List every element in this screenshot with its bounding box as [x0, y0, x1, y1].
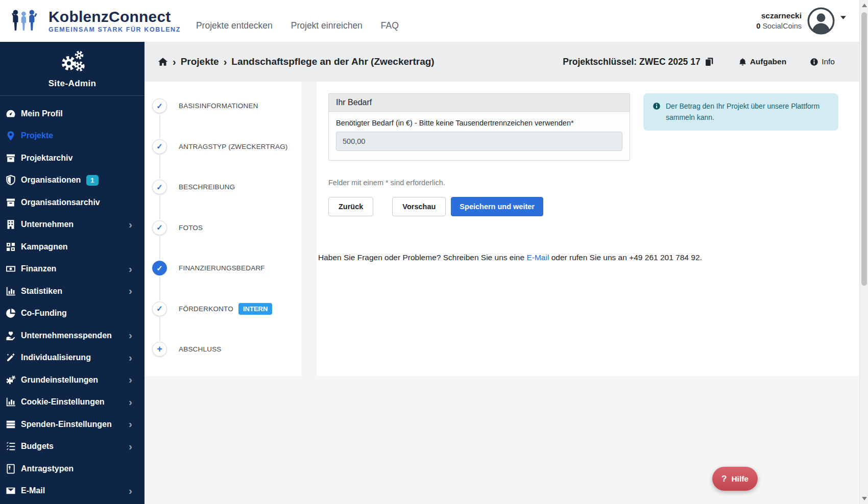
- bell-icon: [738, 58, 747, 66]
- step-fotos[interactable]: ✓FOTOS: [152, 208, 301, 248]
- banknote-icon: [6, 264, 16, 274]
- sidebar-item-grundeinstellungen[interactable]: Grundeinstellungen›: [0, 369, 144, 391]
- logo-title: KoblenzConnect: [49, 9, 181, 24]
- copy-icon[interactable]: [705, 57, 714, 66]
- help-label: Hilfe: [731, 474, 749, 484]
- step-beschreibung[interactable]: ✓BESCHREIBUNG: [152, 167, 301, 208]
- table-rows-icon: [6, 419, 16, 430]
- sidebar-item-kampagnen[interactable]: Kampagnen: [0, 236, 144, 258]
- chevron-right-icon: ›: [129, 396, 132, 407]
- sidebar-item-finanzen[interactable]: Finanzen›: [0, 258, 144, 281]
- sidebar-item-budgets[interactable]: Budgets›: [0, 436, 144, 458]
- tachometer-icon: [6, 109, 16, 119]
- sidebar-item-statistiken[interactable]: Statistiken›: [0, 280, 144, 303]
- sidebar-item-mein-profil[interactable]: Mein Profil: [0, 103, 144, 125]
- info-callout: Der Betrag den Ihr Projekt über unsere P…: [643, 93, 838, 131]
- sidebar-item-organisationen[interactable]: Organisationen1: [0, 169, 144, 192]
- project-key: Projektschlüssel: ZWEC 2025 17: [563, 57, 700, 67]
- info-button[interactable]: Info: [810, 57, 835, 66]
- wizard-stepper-panel: ✓BASISINFORMATIONEN✓ANTRAGSTYP (ZWECKERT…: [144, 82, 301, 376]
- chevron-right-icon: ›: [129, 374, 132, 385]
- people-logo-icon: [11, 7, 42, 35]
- app-logo[interactable]: KoblenzConnect GEMEINSAM STARK FÜR KOBLE…: [0, 7, 181, 35]
- chevron-right-icon: ›: [129, 352, 132, 363]
- card-title: Ihr Bedarf: [329, 94, 630, 112]
- sidebar-item-spenden-einstellungen[interactable]: Spenden-Einstellungen›: [0, 413, 144, 436]
- archive-icon: [6, 153, 16, 163]
- coins-value: 0: [756, 22, 760, 30]
- back-button[interactable]: Zurück: [328, 197, 373, 216]
- check-icon: ✓: [152, 180, 167, 194]
- caret-down-icon[interactable]: [840, 16, 846, 19]
- sidebar-item-label: Unternehmen: [21, 220, 74, 229]
- sidebar-item-label: Organisationsarchiv: [21, 198, 100, 207]
- scrollbar-down-arrow[interactable]: [862, 497, 867, 500]
- step-abschluss[interactable]: +ABSCHLUSS: [152, 329, 301, 370]
- breadcrumb-separator: ›: [224, 56, 227, 68]
- sidebar-header[interactable]: Site-Admin: [0, 42, 144, 96]
- home-icon[interactable]: [158, 57, 168, 66]
- vertical-scrollbar[interactable]: [859, 0, 868, 504]
- check-icon: ✓: [152, 98, 167, 113]
- sidebar-item-individualisierung[interactable]: Individualisierung›: [0, 347, 144, 369]
- step-label: FÖRDERKONTO: [179, 305, 233, 313]
- scrollbar-thumb[interactable]: [861, 12, 867, 286]
- app-header: KoblenzConnect GEMEINSAM STARK FÜR KOBLE…: [0, 0, 859, 42]
- nav-projekt-einreichen[interactable]: Projekt einreichen: [291, 20, 363, 31]
- chevron-right-icon: ›: [129, 330, 132, 340]
- logo-text: KoblenzConnect GEMEINSAM STARK FÜR KOBLE…: [49, 9, 181, 33]
- question-mark-icon: ?: [721, 474, 727, 484]
- contact-text-before: Haben Sie Fragen oder Probleme? Schreibe…: [318, 253, 526, 262]
- page-title: Landschaftspflege an der Ahr (Zweckertra…: [231, 56, 434, 67]
- logo-tagline: GEMEINSAM STARK FÜR KOBLENZ: [49, 26, 181, 33]
- sidebar-item-label: Organisationen: [21, 175, 81, 185]
- tasks-button[interactable]: Aufgaben: [738, 57, 786, 66]
- nav-faq[interactable]: FAQ: [381, 20, 399, 31]
- step-label: BESCHREIBUNG: [179, 183, 235, 191]
- step-antragstyp-zweckertrag[interactable]: ✓ANTRAGSTYP (ZWECKERTRAG): [152, 127, 301, 167]
- bedarf-input[interactable]: [336, 132, 622, 151]
- sidebar-item-unternehmensspenden[interactable]: Unternehmensspenden›: [0, 324, 144, 347]
- sidebar-item-cookie-einstellungen[interactable]: Cookie-Einstellungen›: [0, 391, 144, 414]
- sidebar-item-co-funding[interactable]: Co-Funding: [0, 303, 144, 325]
- email-link[interactable]: E-Mail: [526, 253, 549, 262]
- user-name: sczarnecki: [756, 11, 802, 21]
- header-user-area: sczarnecki 0 SocialCoins: [756, 7, 859, 35]
- sidebar-item-label: Antragstypen: [21, 464, 74, 473]
- avatar[interactable]: [807, 7, 835, 35]
- magic-wand-icon: [6, 352, 16, 363]
- count-badge: 1: [86, 175, 98, 186]
- sidebar-item-projektarchiv[interactable]: Projektarchiv: [0, 147, 144, 169]
- sidebar-item-label: Grundeinstellungen: [21, 375, 98, 385]
- check-icon: ✓: [152, 261, 167, 275]
- chevron-right-icon: ›: [129, 219, 132, 230]
- step-f-rderkonto[interactable]: ✓FÖRDERKONTOINTERN: [152, 289, 301, 330]
- save-and-continue-button[interactable]: Speichern und weiter: [451, 197, 543, 216]
- sidebar-item-projekte[interactable]: Projekte: [0, 125, 144, 147]
- step-finanzierungsbedarf[interactable]: ✓FINANZIERUNGSBEDARF: [152, 248, 301, 289]
- sidebar-item-organisationsarchiv[interactable]: Organisationsarchiv: [0, 191, 144, 214]
- bar-chart-icon: [6, 286, 16, 296]
- sidebar-item-label: Projekte: [21, 131, 53, 140]
- sidebar-item-e-mail[interactable]: E-Mail›: [0, 480, 144, 502]
- info-icon: [653, 102, 661, 110]
- breadcrumb-projekte[interactable]: Projekte: [181, 56, 219, 67]
- help-button[interactable]: ? Hilfe: [712, 467, 758, 491]
- preview-button[interactable]: Vorschau: [392, 197, 446, 216]
- bedarf-field-label: Benötigter Bedarf (in €) - Bitte keine T…: [336, 119, 622, 127]
- step-basisinformationen[interactable]: ✓BASISINFORMATIONEN: [152, 86, 301, 127]
- header-nav: Projekte entdeckenProjekt einreichenFAQ: [196, 20, 399, 31]
- sidebar-item-label: E-Mail: [21, 486, 45, 495]
- sidebar-item-label: Kampagnen: [21, 242, 68, 251]
- check-icon: ✓: [152, 139, 167, 154]
- sidebar-item-unternehmen[interactable]: Unternehmen›: [0, 214, 144, 236]
- gears-icon: [6, 375, 16, 385]
- shield-icon: [6, 175, 16, 185]
- sidebar-item-label: Budgets: [21, 442, 54, 451]
- sidebar-item-antragstypen[interactable]: Antragstypen: [0, 458, 144, 480]
- step-label: FOTOS: [179, 224, 203, 232]
- scrollbar-up-arrow[interactable]: [862, 4, 867, 7]
- admin-sidebar: Site-Admin Mein ProfilProjekteProjektarc…: [0, 42, 144, 504]
- sidebar-item-label: Projektarchiv: [21, 154, 73, 163]
- nav-projekte-entdecken[interactable]: Projekte entdecken: [196, 20, 273, 31]
